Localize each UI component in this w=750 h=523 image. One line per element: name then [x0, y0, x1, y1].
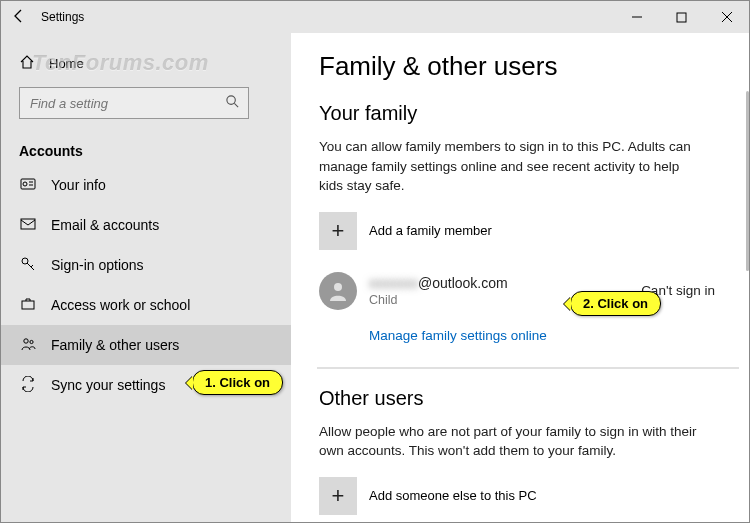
family-member-row[interactable]: xxxxxxx@outlook.com Child Can't sign in — [319, 272, 729, 310]
svg-point-12 — [30, 340, 33, 343]
home-icon — [19, 54, 35, 73]
search-box[interactable] — [19, 87, 249, 119]
svg-rect-1 — [677, 13, 686, 22]
sidebar-home[interactable]: Home — [1, 43, 291, 83]
section-other-users-desc: Allow people who are not part of your fa… — [319, 422, 699, 461]
svg-point-5 — [23, 182, 27, 186]
add-other-user-button[interactable]: + Add someone else to this PC — [319, 477, 729, 515]
plus-icon: + — [319, 212, 357, 250]
sidebar-item-your-info[interactable]: Your info — [1, 165, 291, 205]
titlebar: Settings — [1, 1, 749, 33]
maximize-button[interactable] — [659, 1, 704, 33]
svg-rect-10 — [22, 301, 34, 309]
sidebar-item-label: Your info — [51, 177, 106, 193]
key-icon — [19, 256, 37, 275]
section-other-users-title: Other users — [319, 387, 729, 410]
callout-2: 2. Click on — [570, 291, 661, 316]
member-email: xxxxxxx@outlook.com — [369, 275, 629, 291]
section-your-family-desc: You can allow family members to sign in … — [319, 137, 699, 196]
add-family-member-label: Add a family member — [369, 223, 492, 238]
sidebar-item-label: Access work or school — [51, 297, 190, 313]
settings-window: Settings Home — [0, 0, 750, 523]
section-your-family-title: Your family — [319, 102, 729, 125]
scrollbar-thumb[interactable] — [746, 91, 749, 271]
plus-icon: + — [319, 477, 357, 515]
close-button[interactable] — [704, 1, 749, 33]
briefcase-icon — [19, 296, 37, 315]
divider — [317, 367, 739, 369]
sidebar-item-signin-options[interactable]: Sign-in options — [1, 245, 291, 285]
page-title: Family & other users — [319, 51, 729, 82]
scrollbar[interactable] — [743, 33, 749, 522]
sidebar-category: Accounts — [1, 129, 291, 165]
search-input[interactable] — [28, 95, 218, 112]
window-title: Settings — [41, 10, 84, 24]
content-pane: Family & other users Your family You can… — [291, 33, 749, 522]
add-other-user-label: Add someone else to this PC — [369, 488, 537, 503]
sidebar-item-label: Email & accounts — [51, 217, 159, 233]
people-icon — [19, 336, 37, 355]
sync-icon — [19, 376, 37, 395]
manage-family-settings-link[interactable]: Manage family settings online — [369, 328, 547, 343]
sidebar: Home Accounts Your info — [1, 33, 291, 522]
sidebar-item-email-accounts[interactable]: Email & accounts — [1, 205, 291, 245]
sidebar-item-label: Sync your settings — [51, 377, 165, 393]
svg-rect-8 — [21, 219, 35, 229]
svg-point-11 — [24, 338, 28, 342]
callout-1: 1. Click on — [192, 370, 283, 395]
sidebar-item-label: Sign-in options — [51, 257, 144, 273]
search-icon — [225, 94, 240, 112]
sidebar-item-access-work-school[interactable]: Access work or school — [1, 285, 291, 325]
add-family-member-button[interactable]: + Add a family member — [319, 212, 729, 250]
svg-line-3 — [234, 103, 238, 107]
svg-point-13 — [334, 283, 342, 291]
sidebar-item-label: Family & other users — [51, 337, 179, 353]
minimize-button[interactable] — [614, 1, 659, 33]
sidebar-item-family-other-users[interactable]: Family & other users — [1, 325, 291, 365]
sidebar-home-label: Home — [49, 56, 84, 71]
mail-icon — [19, 216, 37, 235]
avatar-icon — [319, 272, 357, 310]
badge-icon — [19, 176, 37, 195]
svg-point-2 — [227, 96, 235, 104]
back-button[interactable] — [11, 8, 27, 27]
